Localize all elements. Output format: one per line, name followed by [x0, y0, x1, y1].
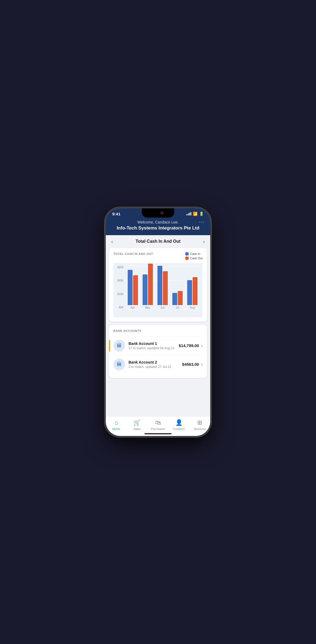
bar-out-may: [148, 264, 153, 305]
nav-item-home[interactable]: ⌂ Home: [106, 416, 127, 432]
bank-amount-1: $14,789.00: [179, 343, 199, 348]
legend-cash-in: Cash In: [185, 252, 203, 255]
bar-in-may: [143, 274, 147, 305]
bar-chart: $60K $40K $20K $0K: [113, 263, 203, 317]
legend-dot-out: [185, 257, 189, 260]
nav-label-sales: Sales: [133, 427, 141, 431]
welcome-text: Welcome, Candace Lee.: [137, 220, 179, 224]
phone-frame: 9:41 📶 🔋 Welcome, Candace Lee. ··· Info-…: [105, 208, 211, 436]
legend-cash-out: Cash Out: [185, 257, 203, 260]
next-section-button[interactable]: ›: [203, 238, 205, 245]
bank-icon-2: 🏛: [117, 361, 122, 367]
chart-card: TOTAL CASH IN AND OUT Cash In Cash Out: [109, 248, 207, 322]
bar-pair-may: [143, 264, 153, 305]
bank-chevron-1[interactable]: ›: [201, 343, 203, 348]
bar-out-apr: [133, 275, 138, 305]
bar-group-aug: Aug: [187, 277, 198, 309]
nav-label-contacts: Contacts: [173, 427, 185, 431]
chart-header: TOTAL CASH IN AND OUT Cash In Cash Out: [113, 252, 203, 260]
services-icon: ⊞: [197, 419, 202, 426]
bar-in-jul: [172, 293, 177, 305]
company-title: Info-Tech Systems Integrators Pte Ltd: [111, 225, 205, 231]
bar-in-apr: [128, 270, 133, 305]
chart-title: TOTAL CASH IN AND OUT: [113, 252, 153, 255]
bar-out-aug: [193, 277, 198, 305]
bar-in-aug: [187, 280, 192, 305]
bar-group-apr: Apr: [128, 270, 138, 309]
bar-group-may: May: [143, 264, 153, 309]
main-content: ‹ Total Cash In And Out › TOTAL CASH IN …: [106, 235, 210, 416]
battery-icon: 🔋: [199, 212, 204, 216]
nav-item-contacts[interactable]: 👤 Contacts: [169, 416, 189, 432]
bank-icon-1: 🏛: [117, 342, 122, 349]
section-nav: ‹ Total Cash In And Out ›: [106, 235, 210, 248]
purchases-icon: 🛍: [155, 419, 161, 426]
y-label-40k: $40K: [117, 279, 124, 282]
chart-legend: Cash In Cash Out: [185, 252, 203, 260]
contacts-icon: 👤: [175, 419, 183, 426]
bank-name-2: Bank Account 2: [129, 360, 179, 364]
prev-section-button[interactable]: ‹: [111, 238, 113, 245]
legend-dot-in: [185, 252, 189, 255]
nav-label-purchases: Purchases: [151, 427, 165, 431]
y-label-20k: $20K: [117, 293, 124, 296]
y-label-0k: $0K: [119, 306, 124, 309]
bar-label-may: May: [145, 306, 150, 309]
section-nav-title: Total Cash In And Out: [119, 239, 198, 244]
bar-out-jul: [178, 291, 183, 305]
nav-label-home: Home: [112, 427, 120, 431]
notch: [142, 208, 174, 218]
bar-pair-aug: [187, 277, 198, 305]
bank-icon-wrap-1: 🏛: [113, 340, 125, 352]
home-indicator: [144, 433, 172, 434]
bank-accent-bar-1: [109, 340, 110, 352]
bank-sub-2: 3 to match, updated 27 Jul 21: [129, 365, 179, 369]
bar-label-jun: Jun: [160, 306, 165, 309]
bar-label-jul: Jul: [176, 306, 179, 309]
bar-out-jun: [163, 271, 168, 305]
bank-info-1: Bank Account 1 27 to match, updated 08 A…: [129, 341, 176, 350]
bar-label-apr: Apr: [131, 306, 135, 309]
header: Welcome, Candace Lee. ··· Info-Tech Syst…: [106, 218, 210, 235]
bank-info-2: Bank Account 2 3 to match, updated 27 Ju…: [129, 360, 179, 369]
bar-pair-apr: [128, 270, 138, 305]
bank-account-item-2[interactable]: 🏛 Bank Account 2 3 to match, updated 27 …: [113, 355, 203, 374]
bank-accounts-title: BANK ACCOUNTS: [113, 329, 203, 332]
signal-icon: [186, 212, 191, 215]
bank-amount-wrap-1: $14,789.00 ›: [179, 343, 203, 348]
menu-button[interactable]: ···: [199, 219, 205, 225]
bank-account-item-1[interactable]: 🏛 Bank Account 1 27 to match, updated 08…: [113, 336, 203, 355]
y-axis: $60K $40K $20K $0K: [113, 266, 125, 309]
bar-group-jun: Jun: [157, 266, 168, 309]
bar-label-aug: Aug: [190, 306, 195, 309]
home-icon: ⌂: [114, 419, 118, 426]
bank-amount-2: $4563.00: [182, 362, 199, 367]
status-icons: 📶 🔋: [186, 212, 204, 216]
y-label-60k: $60K: [117, 266, 124, 269]
nav-label-services: Services: [194, 427, 205, 431]
phone-screen: 9:41 📶 🔋 Welcome, Candace Lee. ··· Info-…: [106, 208, 210, 436]
nav-item-purchases[interactable]: 🛍 Purchases: [147, 416, 168, 432]
bars-container: Apr May: [125, 266, 200, 309]
header-welcome-row: Welcome, Candace Lee. ···: [111, 220, 205, 224]
bar-in-jun: [157, 266, 162, 305]
sales-icon: 🛒: [133, 419, 141, 426]
wifi-icon: 📶: [193, 212, 198, 216]
bar-group-jul: Jul: [172, 291, 183, 309]
legend-label-in: Cash In: [190, 252, 200, 255]
legend-label-out: Cash Out: [190, 257, 203, 260]
bank-icon-wrap-2: 🏛: [113, 358, 125, 370]
bank-chevron-2[interactable]: ›: [201, 362, 203, 367]
nav-item-services[interactable]: ⊞ Services: [189, 416, 210, 432]
status-time: 9:41: [112, 212, 120, 216]
bank-accounts-card: BANK ACCOUNTS 🏛 Bank Account 1 27 to mat…: [109, 325, 207, 378]
bank-name-1: Bank Account 1: [129, 341, 176, 346]
nav-item-sales[interactable]: 🛒 Sales: [127, 416, 147, 432]
bar-pair-jun: [157, 266, 168, 305]
bank-sub-1: 27 to match, updated 08 Aug 21: [129, 346, 176, 350]
camera: [160, 211, 164, 215]
bar-pair-jul: [172, 291, 183, 305]
bank-amount-wrap-2: $4563.00 ›: [182, 362, 203, 367]
